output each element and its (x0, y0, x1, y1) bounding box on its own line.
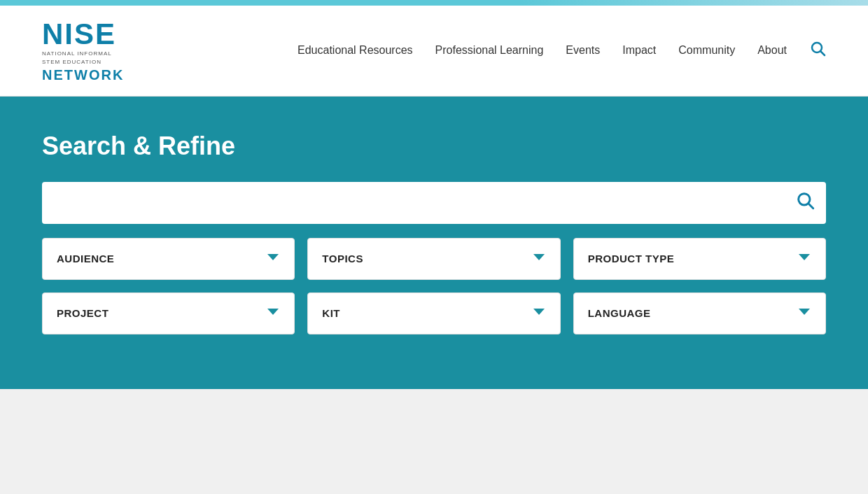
nav-item-events[interactable]: Events (566, 44, 600, 57)
filter-product-type[interactable]: PRODUCT TYPE (573, 238, 826, 280)
svg-line-1 (821, 52, 825, 56)
svg-marker-7 (267, 309, 279, 315)
filter-kit[interactable]: KIT (307, 292, 560, 334)
svg-line-3 (808, 204, 813, 209)
svg-marker-5 (533, 254, 545, 260)
filter-language-arrow (797, 304, 811, 322)
search-refine-section: Search & Refine AUDIENCE TOPICS (0, 97, 868, 389)
filter-language-label: LANGUAGE (588, 307, 651, 319)
logo-sub-line1: NATIONAL INFORMAL (42, 50, 124, 57)
svg-marker-9 (799, 309, 810, 315)
filter-project-arrow (266, 304, 280, 322)
nav-item-community[interactable]: Community (678, 44, 735, 57)
svg-marker-6 (799, 254, 810, 260)
nav-item-educational-resources[interactable]: Educational Resources (298, 44, 413, 57)
logo-network-text: NETWORK (42, 68, 124, 82)
filter-language[interactable]: LANGUAGE (573, 292, 826, 334)
filter-audience-label: AUDIENCE (57, 253, 114, 264)
nav-item-about[interactable]: About (757, 44, 787, 57)
logo-nise-text: NISE (42, 20, 124, 49)
svg-marker-8 (533, 309, 545, 315)
filter-product-type-arrow (797, 250, 811, 267)
filter-topics-arrow (532, 250, 546, 267)
filter-audience[interactable]: AUDIENCE (42, 238, 295, 280)
filter-product-type-label: PRODUCT TYPE (588, 253, 675, 264)
bottom-area (0, 389, 868, 445)
filter-topics[interactable]: TOPICS (307, 238, 560, 280)
search-icon[interactable] (795, 190, 815, 215)
nav-item-professional-learning[interactable]: Professional Learning (435, 44, 544, 57)
filter-audience-arrow (266, 250, 280, 267)
header: NISE NATIONAL INFORMAL STEM EDUCATION NE… (0, 6, 868, 97)
top-accent-bar (0, 0, 868, 6)
logo[interactable]: NISE NATIONAL INFORMAL STEM EDUCATION NE… (42, 20, 124, 82)
filter-project[interactable]: PROJECT (42, 292, 295, 334)
filter-project-label: PROJECT (57, 307, 108, 319)
nav-item-impact[interactable]: Impact (622, 44, 656, 57)
svg-marker-4 (267, 254, 279, 260)
filter-row-1: AUDIENCE TOPICS PRODUCT TYPE (42, 238, 826, 280)
filter-kit-arrow (532, 304, 546, 322)
filter-topics-label: TOPICS (322, 253, 363, 264)
section-title: Search & Refine (42, 132, 826, 161)
main-nav: Educational Resources Professional Learn… (298, 40, 826, 61)
logo-sub-line2: STEM EDUCATION (42, 59, 124, 66)
filter-row-2: PROJECT KIT LANGUAGE (42, 292, 826, 334)
filter-kit-label: KIT (322, 307, 340, 319)
search-input[interactable] (53, 195, 795, 210)
nav-search-icon[interactable] (809, 40, 826, 61)
search-bar (42, 182, 826, 224)
